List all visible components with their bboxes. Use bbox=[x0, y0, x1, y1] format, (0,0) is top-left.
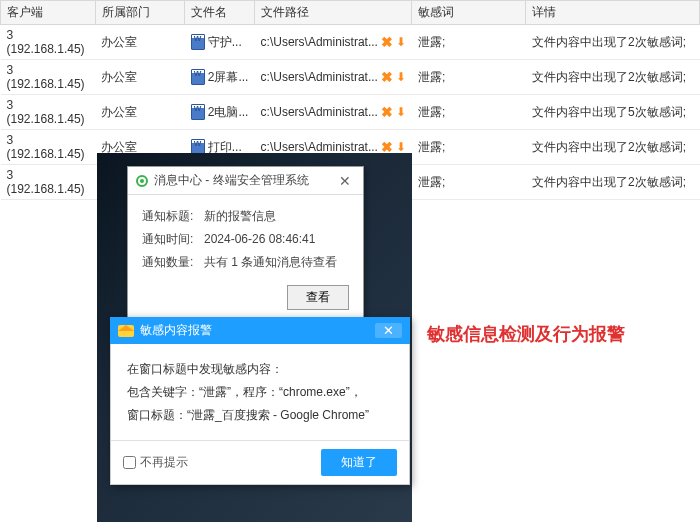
delete-icon[interactable]: ✖ bbox=[381, 69, 393, 85]
no-remind-label: 不再提示 bbox=[140, 454, 188, 471]
notification-title: 消息中心 - 终端安全管理系统 bbox=[154, 172, 335, 189]
download-icon[interactable]: ⬇ bbox=[396, 35, 406, 49]
cell-fname: 2电脑... bbox=[185, 95, 255, 130]
cell-sens: 泄露; bbox=[412, 130, 526, 165]
notif-value-time: 2024-06-26 08:46:41 bbox=[204, 228, 315, 251]
word-doc-icon bbox=[191, 104, 205, 120]
cell-fpath: c:\Users\Administrat...✖⬇ bbox=[255, 60, 412, 95]
delete-icon[interactable]: ✖ bbox=[381, 104, 393, 120]
table-row[interactable]: 3 (192.168.1.45)办公室守护...c:\Users\Adminis… bbox=[1, 25, 700, 60]
table-row[interactable]: 3 (192.168.1.45)办公室2屏幕...c:\Users\Admini… bbox=[1, 60, 700, 95]
alert-line-2: 包含关键字：“泄露”，程序：“chrome.exe”， bbox=[127, 381, 393, 404]
alert-title: 敏感内容报警 bbox=[140, 322, 375, 339]
notif-value-title: 新的报警信息 bbox=[204, 205, 276, 228]
cell-dept: 办公室 bbox=[95, 25, 184, 60]
no-remind-checkbox[interactable]: 不再提示 bbox=[123, 454, 188, 471]
cell-sens: 泄露; bbox=[412, 165, 526, 200]
cell-sens: 泄露; bbox=[412, 25, 526, 60]
alert-dialog: 敏感内容报警 ✕ 在窗口标题中发现敏感内容： 包含关键字：“泄露”，程序：“ch… bbox=[110, 317, 410, 485]
no-remind-input[interactable] bbox=[123, 456, 136, 469]
notif-value-count: 共有 1 条通知消息待查看 bbox=[204, 251, 337, 274]
cell-sens: 泄露; bbox=[412, 60, 526, 95]
word-doc-icon bbox=[191, 34, 205, 50]
cell-client: 3 (192.168.1.45) bbox=[1, 165, 96, 200]
download-icon[interactable]: ⬇ bbox=[396, 105, 406, 119]
cell-dept: 办公室 bbox=[95, 60, 184, 95]
cell-dept: 办公室 bbox=[95, 95, 184, 130]
cell-sens: 泄露; bbox=[412, 95, 526, 130]
th-detail[interactable]: 详情 bbox=[526, 1, 700, 25]
notification-dialog: 消息中心 - 终端安全管理系统 ✕ 通知标题:新的报警信息 通知时间:2024-… bbox=[127, 166, 364, 321]
delete-icon[interactable]: ✖ bbox=[381, 34, 393, 50]
cell-fpath: c:\Users\Administrat...✖⬇ bbox=[255, 95, 412, 130]
word-doc-icon bbox=[191, 69, 205, 85]
th-sens[interactable]: 敏感词 bbox=[412, 1, 526, 25]
notif-label-time: 通知时间: bbox=[142, 228, 204, 251]
download-icon[interactable]: ⬇ bbox=[396, 140, 406, 154]
cell-client: 3 (192.168.1.45) bbox=[1, 25, 96, 60]
cell-detail: 文件内容中出现了5次敏感词; bbox=[526, 95, 700, 130]
alert-line-1: 在窗口标题中发现敏感内容： bbox=[127, 358, 393, 381]
th-dept[interactable]: 所属部门 bbox=[95, 1, 184, 25]
cell-fname: 守护... bbox=[185, 25, 255, 60]
notif-label-title: 通知标题: bbox=[142, 205, 204, 228]
cell-detail: 文件内容中出现了2次敏感词; bbox=[526, 165, 700, 200]
th-fpath[interactable]: 文件路径 bbox=[255, 1, 412, 25]
table-row[interactable]: 3 (192.168.1.45)办公室2电脑...c:\Users\Admini… bbox=[1, 95, 700, 130]
cell-client: 3 (192.168.1.45) bbox=[1, 95, 96, 130]
cell-client: 3 (192.168.1.45) bbox=[1, 60, 96, 95]
cell-client: 3 (192.168.1.45) bbox=[1, 130, 96, 165]
th-client[interactable]: 客户端 bbox=[1, 1, 96, 25]
cell-detail: 文件内容中出现了2次敏感词; bbox=[526, 25, 700, 60]
mail-alert-icon bbox=[118, 325, 134, 337]
close-icon[interactable]: ✕ bbox=[375, 323, 402, 338]
close-icon[interactable]: ✕ bbox=[335, 173, 355, 189]
view-button[interactable]: 查看 bbox=[287, 285, 349, 310]
cell-fpath: c:\Users\Administrat...✖⬇ bbox=[255, 25, 412, 60]
cell-detail: 文件内容中出现了2次敏感词; bbox=[526, 60, 700, 95]
caption-text: 敏感信息检测及行为报警 bbox=[427, 322, 625, 346]
alert-line-3: 窗口标题：“泄露_百度搜索 - Google Chrome” bbox=[127, 404, 393, 427]
ok-button[interactable]: 知道了 bbox=[321, 449, 397, 476]
cell-detail: 文件内容中出现了2次敏感词; bbox=[526, 130, 700, 165]
download-icon[interactable]: ⬇ bbox=[396, 70, 406, 84]
notification-icon bbox=[136, 175, 148, 187]
th-fname[interactable]: 文件名 bbox=[185, 1, 255, 25]
notif-label-count: 通知数量: bbox=[142, 251, 204, 274]
cell-fname: 2屏幕... bbox=[185, 60, 255, 95]
